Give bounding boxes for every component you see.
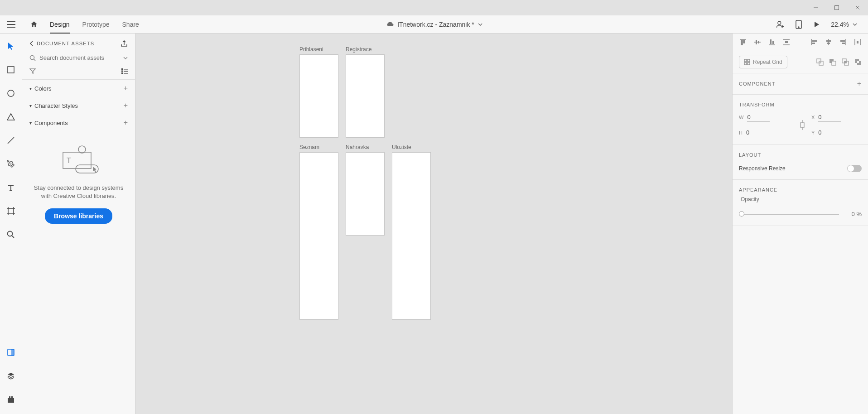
transform-section-title: TRANSFORM (733, 95, 868, 111)
add-component-button[interactable]: + (124, 119, 128, 127)
svg-rect-36 (121, 71, 123, 72)
zoom-dropdown[interactable]: 22.4% (831, 21, 857, 28)
publish-library-icon[interactable] (121, 40, 128, 47)
bool-intersect-icon[interactable] (842, 58, 849, 66)
document-title-text: ITnetwork.cz - Zaznamnik * (397, 21, 474, 28)
rectangle-tool[interactable] (4, 63, 18, 77)
svg-point-13 (8, 90, 14, 96)
libraries-empty-state: T Stay connected to design systems with … (22, 131, 135, 236)
section-char-styles[interactable]: ▾ Character Styles + (22, 97, 135, 114)
svg-point-32 (30, 55, 34, 59)
main-menu-button[interactable] (0, 15, 23, 34)
distribute-v-icon[interactable] (782, 38, 791, 46)
invite-user-icon[interactable] (776, 20, 785, 29)
bool-exclude-icon[interactable] (854, 58, 862, 66)
svg-rect-68 (744, 59, 747, 62)
section-label: Colors (34, 85, 52, 92)
artboard-label[interactable]: Uloziste (392, 144, 411, 150)
bool-add-icon[interactable] (816, 58, 824, 66)
svg-rect-31 (11, 396, 13, 398)
section-components[interactable]: ▾ Components + (22, 114, 135, 131)
window-minimize-button[interactable] (805, 0, 826, 15)
search-icon (29, 55, 36, 61)
bool-subtract-icon[interactable] (829, 58, 836, 66)
zoom-tool[interactable] (4, 227, 18, 242)
responsive-resize-toggle[interactable] (847, 165, 862, 172)
svg-rect-57 (812, 40, 817, 42)
svg-rect-77 (844, 61, 846, 63)
artboard-uloziste[interactable] (392, 152, 431, 320)
mobile-preview-icon[interactable] (796, 20, 802, 29)
toolstrip (0, 34, 22, 414)
artboard-prihlaseni[interactable] (299, 54, 338, 138)
chevron-down-icon[interactable] (123, 57, 128, 59)
distribute-h-icon[interactable] (854, 38, 862, 46)
svg-rect-30 (9, 396, 10, 398)
svg-rect-39 (124, 73, 128, 74)
width-label: W (739, 115, 743, 120)
pen-tool[interactable] (4, 157, 18, 171)
align-hcenter-icon[interactable] (825, 38, 833, 46)
document-title-dropdown[interactable]: ITnetwork.cz - Zaznamnik * (386, 21, 482, 28)
x-input[interactable] (818, 113, 841, 122)
ellipse-tool[interactable] (4, 86, 18, 101)
repeat-grid-label: Repeat Grid (753, 59, 782, 65)
artboard-nahravka[interactable] (346, 152, 385, 236)
align-bottom-icon[interactable] (768, 38, 776, 46)
add-color-button[interactable]: + (124, 84, 128, 92)
svg-rect-38 (121, 72, 123, 74)
line-tool[interactable] (4, 133, 18, 148)
svg-rect-29 (8, 398, 14, 403)
width-input[interactable] (747, 113, 770, 122)
svg-rect-70 (744, 63, 747, 65)
mode-share[interactable]: Share (122, 15, 139, 34)
opacity-value: 0 % (844, 211, 862, 217)
empty-state-message: Stay connected to design systems with Cr… (31, 184, 126, 200)
select-tool[interactable] (4, 39, 18, 53)
y-label: Y (811, 130, 815, 135)
mode-prototype[interactable]: Prototype (82, 15, 110, 34)
svg-rect-34 (121, 68, 123, 70)
height-input[interactable] (746, 128, 769, 137)
opacity-label: Opacity (739, 196, 862, 202)
artboard-label[interactable]: Nahravka (346, 144, 369, 150)
align-vcenter-icon[interactable] (753, 38, 762, 46)
responsive-resize-label: Responsive Resize (739, 165, 786, 172)
repeat-grid-button[interactable]: Repeat Grid (739, 56, 787, 68)
assets-back-button[interactable] (29, 41, 33, 46)
window-maximize-button[interactable] (826, 0, 847, 15)
layers-panel-toggle[interactable] (4, 369, 18, 383)
svg-rect-12 (8, 67, 14, 73)
list-view-icon[interactable] (121, 68, 128, 74)
libraries-panel-toggle[interactable] (4, 345, 18, 360)
align-right-icon[interactable] (839, 38, 847, 46)
window-close-button[interactable] (847, 0, 868, 15)
mode-design[interactable]: Design (50, 15, 70, 34)
align-left-icon[interactable] (810, 38, 818, 46)
polygon-tool[interactable] (4, 110, 18, 124)
assets-search-input[interactable] (39, 54, 123, 61)
artboard-seznam[interactable] (299, 152, 338, 320)
canvas[interactable]: Prihlaseni Registrace Seznam Nahravka Ul… (135, 34, 732, 414)
artboard-label[interactable]: Prihlaseni (299, 46, 323, 53)
home-button[interactable] (23, 15, 45, 34)
plugins-panel-toggle[interactable] (4, 392, 18, 407)
align-top-icon[interactable] (739, 38, 747, 46)
make-component-button[interactable]: + (857, 80, 862, 88)
add-charstyle-button[interactable]: + (124, 101, 128, 110)
lock-aspect-icon[interactable] (793, 119, 811, 131)
artboard-registrace[interactable] (346, 54, 385, 138)
desktop-preview-icon[interactable] (813, 21, 820, 28)
text-tool[interactable] (4, 180, 18, 195)
artboard-tool[interactable] (4, 204, 18, 218)
artboard-label[interactable]: Seznam (299, 144, 319, 150)
browse-libraries-button[interactable]: Browse libraries (45, 208, 112, 224)
y-input[interactable] (818, 128, 841, 137)
filter-icon[interactable] (29, 68, 36, 74)
artboard-label[interactable]: Registrace (346, 46, 371, 53)
opacity-slider[interactable] (739, 214, 839, 215)
svg-rect-46 (743, 40, 745, 43)
section-label: Components (34, 120, 68, 126)
window-titlebar (0, 0, 868, 15)
section-colors[interactable]: ▾ Colors + (22, 80, 135, 97)
